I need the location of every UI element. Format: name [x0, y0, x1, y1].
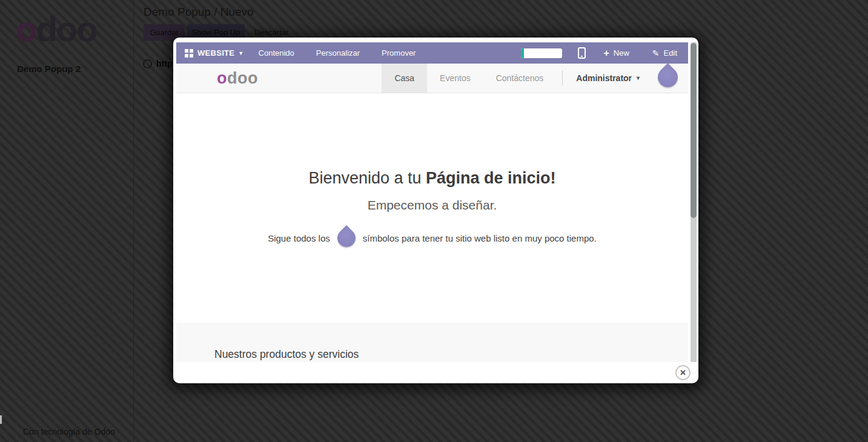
website-admin-toolbar: WEBSITE ▼ Contenido Personalizar Promove… — [176, 42, 688, 64]
hero-subtitle: Empecemos a diseñar. — [368, 198, 497, 213]
record-list-item[interactable]: Demo Popup 2 — [17, 64, 81, 74]
site-navbar: odoo Casa Eventos Contáctenos Administra… — [176, 64, 688, 93]
hint-text-before: Sigue todos los — [268, 233, 330, 243]
nav-tab-contactenos[interactable]: Contáctenos — [483, 64, 557, 93]
website-preview-dialog: WEBSITE ▼ Contenido Personalizar Promove… — [173, 38, 698, 383]
logo-letter: o — [217, 69, 227, 87]
website-menu-button[interactable]: WEBSITE ▼ — [185, 48, 248, 58]
menu-contenido[interactable]: Contenido — [248, 48, 305, 58]
new-page-button[interactable]: + New — [604, 48, 629, 59]
logo-letters: doo — [36, 9, 96, 48]
hero-title: Bienvenido a tu Página de inicio! — [308, 169, 555, 188]
breadcrumb: Demo Popup / Nuevo — [144, 5, 254, 19]
website-menu-label: WEBSITE — [197, 48, 234, 58]
chevron-down-icon: ▼ — [635, 75, 641, 81]
edit-button[interactable]: ✎ Edit — [652, 48, 677, 58]
language-input[interactable] — [521, 48, 562, 58]
menu-personalizar[interactable]: Personalizar — [305, 48, 371, 58]
radio-button[interactable] — [143, 59, 152, 68]
nav-tab-eventos[interactable]: Eventos — [427, 64, 483, 93]
background-panel-divider — [133, 0, 134, 442]
mobile-preview-icon[interactable] — [578, 47, 586, 59]
user-menu[interactable]: Administrator ▼ — [569, 64, 646, 93]
background-form-edge — [0, 415, 2, 424]
pencil-icon: ✎ — [652, 48, 660, 58]
site-logo[interactable]: odoo — [217, 69, 258, 88]
hero-hint-line: Sigue todos los símbolos para tener tu s… — [268, 229, 597, 247]
chevron-down-icon: ▼ — [238, 50, 244, 56]
grid-icon — [185, 49, 193, 58]
drop-symbol-icon — [334, 225, 359, 251]
discard-button[interactable]: Descartar — [254, 28, 288, 37]
menu-promover[interactable]: Promover — [371, 48, 426, 58]
user-menu-label: Administrator — [576, 73, 632, 83]
input-progress-cap — [521, 48, 524, 58]
nav-tab-casa[interactable]: Casa — [382, 64, 427, 93]
iframe-scrollbar-thumb[interactable] — [691, 43, 697, 218]
website-iframe: WEBSITE ▼ Contenido Personalizar Promove… — [176, 42, 697, 362]
nav-divider — [562, 71, 563, 85]
tour-drop-indicator[interactable] — [654, 63, 682, 91]
odoo-backend-logo: odoo — [16, 8, 97, 49]
plus-icon: + — [604, 48, 609, 59]
products-section-title: Nuestros productos y servicios — [214, 348, 688, 361]
products-section: Nuestros productos y servicios — [176, 323, 688, 362]
logo-letters: doo — [227, 69, 258, 87]
hint-text-after: símbolos para tener tu sitio web listo e… — [363, 233, 597, 243]
homepage-hero-section: Bienvenido a tu Página de inicio! Empece… — [176, 93, 688, 323]
powered-by-odoo: Con tecnología de Odoo — [23, 427, 115, 437]
hero-title-bold: Página de inicio! — [426, 169, 556, 187]
close-icon[interactable]: ✕ — [675, 365, 691, 380]
hero-title-normal: Bienvenido a tu — [308, 169, 426, 187]
new-button-label: New — [614, 48, 629, 58]
iframe-scrollbar-track[interactable] — [691, 42, 697, 362]
logo-letter: o — [16, 9, 36, 48]
edit-button-label: Edit — [664, 48, 677, 58]
